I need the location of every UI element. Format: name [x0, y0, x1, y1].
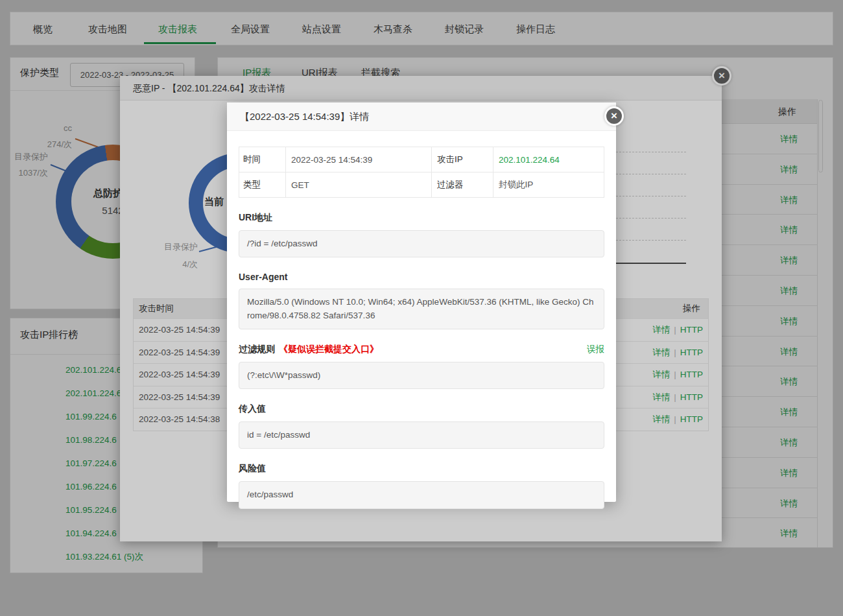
risk-value-section-label: 风险值 — [239, 463, 604, 475]
filter-rule-value-box: (?:etc\/\W*passwd) — [239, 362, 604, 389]
report-false-positive-link[interactable]: 误报 — [587, 344, 604, 355]
false-positive-warning: 《疑似误拦截提交入口》 — [279, 344, 379, 355]
attack-ip-link[interactable]: 202.101.224.64 — [499, 155, 560, 165]
input-value-section-label: 传入值 — [239, 403, 604, 415]
filter-rule-section-label: 过滤规则 《疑似误拦截提交入口》 误报 — [239, 344, 604, 355]
inner-modal-title: 【2022-03-25 14:54:39】详情 — [227, 102, 616, 131]
risk-value-box: /etc/passwd — [239, 481, 604, 508]
attack-info-table: 时间 2022-03-25 14:54:39 攻击IP 202.101.224.… — [239, 147, 604, 198]
type-value: GET — [286, 172, 432, 198]
user-agent-section-label: User-Agent — [239, 272, 604, 282]
time-value: 2022-03-25 14:54:39 — [286, 147, 432, 172]
filter-value: 封锁此IP — [493, 172, 604, 198]
inner-modal-body: 时间 2022-03-25 14:54:39 攻击IP 202.101.224.… — [227, 131, 616, 509]
uri-section-label: URI地址 — [239, 212, 604, 224]
uri-value-box: /?id = /etc/passwd — [239, 230, 604, 257]
attack-detail-modal: 【2022-03-25 14:54:39】详情 × 时间 2022-03-25 … — [227, 102, 616, 502]
inner-modal-close-icon[interactable]: × — [604, 106, 624, 126]
time-label: 时间 — [239, 147, 286, 172]
user-agent-value-box: Mozilla/5.0 (Windows NT 10.0; Win64; x64… — [239, 289, 604, 329]
filter-label: 过滤器 — [432, 172, 493, 198]
filter-rule-label: 过滤规则 — [239, 344, 275, 355]
type-label: 类型 — [239, 172, 286, 198]
input-value-box: id = /etc/passwd — [239, 421, 604, 449]
attack-ip-label: 攻击IP — [432, 147, 493, 172]
